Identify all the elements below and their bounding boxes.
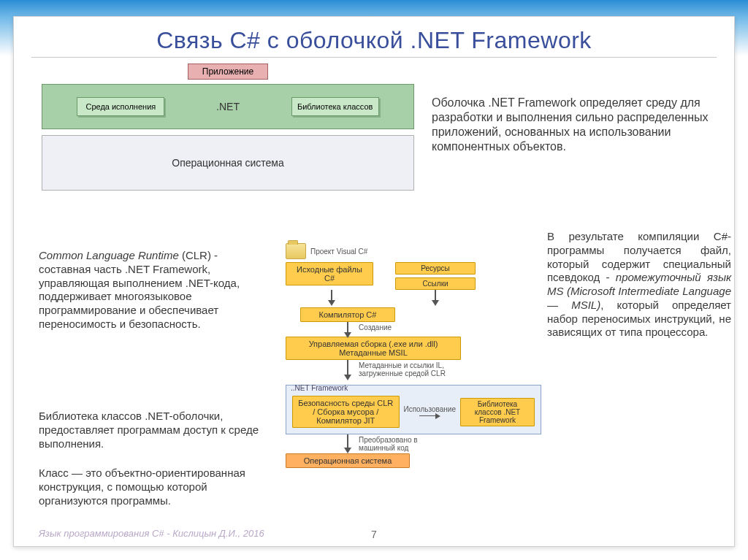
meta-label: Метаданные и ссылки IL, загруженные сред… xyxy=(359,361,476,377)
net-caption: ..NET Framework xyxy=(291,384,348,392)
app-box: Приложение xyxy=(188,64,268,80)
class-text: Класс — это объектно-ориентированная кон… xyxy=(39,467,272,507)
src-box: Исходные файлы C# xyxy=(286,262,373,285)
os-flow-box: Операционная система xyxy=(286,453,410,468)
create-label: Создание xyxy=(359,323,392,331)
compiler-box: Компилятор C# xyxy=(300,307,395,322)
runtime-box: Среда исполнения xyxy=(77,97,164,116)
clr-text: Common Language Runtime (CLR) - составна… xyxy=(39,249,272,331)
clr-term: Common Language Runtime xyxy=(39,249,179,261)
classlib-box: Библиотека классов xyxy=(291,97,379,116)
net-frame: ..NET Framework Безопасность среды CLR /… xyxy=(286,385,541,434)
slide-title: Связь C# с оболочкой .NET Framework xyxy=(31,27,717,58)
classlib-net-box: Библиотека классов .NET Framework xyxy=(460,398,535,426)
oblochka-text: Оболочка .NET Framework определяет среду… xyxy=(432,96,727,154)
assembly-box: Управляемая сборка (.exe или .dll) Метад… xyxy=(286,337,461,360)
architecture-diagram: Приложение Среда исполнения .NET Библиот… xyxy=(42,64,414,191)
net-label: .NET xyxy=(216,101,240,112)
compile-flow-diagram: Проект Visual C# Исходные файлы C# Ресур… xyxy=(286,243,541,468)
net-row: Среда исполнения .NET Библиотека классов xyxy=(42,84,414,129)
lib-text: Библиотека классов .NET-оболочки, предос… xyxy=(39,410,272,450)
result-text: В результате компиляции C#-программы пол… xyxy=(547,230,731,340)
folder-icon xyxy=(286,243,306,259)
clr-box: Безопасность среды CLR / Сборка мусора /… xyxy=(292,396,400,428)
project-label: Проект Visual C# xyxy=(310,248,367,256)
os-box: Операционная система xyxy=(42,135,414,191)
footer-text: Язык программирования C# - Кислицын Д.И.… xyxy=(39,528,264,539)
links-box: Ссылки xyxy=(395,277,476,290)
page-number: 7 xyxy=(371,529,377,540)
use-label: Использование xyxy=(404,405,456,413)
resources-box: Ресурсы xyxy=(395,262,476,275)
native-label: Преобразовано в машинный код xyxy=(359,436,454,452)
slide: Связь C# с оболочкой .NET Framework Прил… xyxy=(13,16,735,547)
